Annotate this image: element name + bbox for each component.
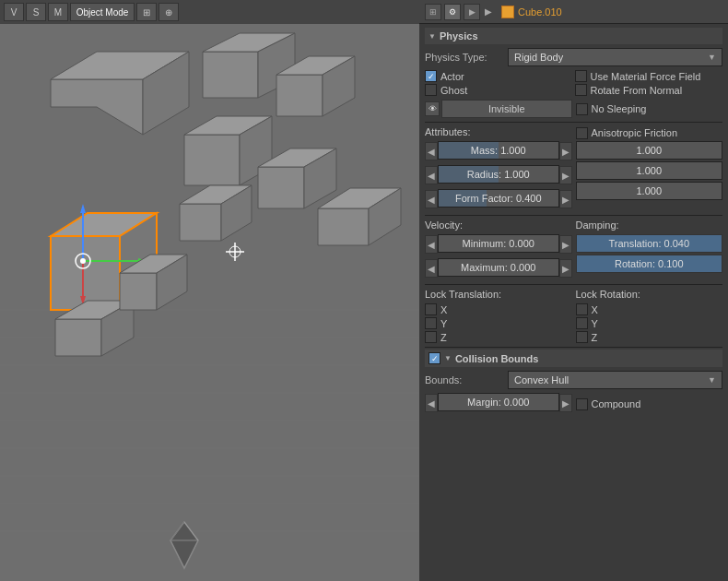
invisible-icon: 👁 xyxy=(425,101,440,116)
lock-trans-col: Lock Translation: X Y Z xyxy=(425,289,572,343)
svg-marker-36 xyxy=(180,204,221,241)
use-mat-ff-item: Use Material Force Field xyxy=(575,70,723,82)
aniso-val2[interactable]: 1.000 xyxy=(576,161,723,180)
collision-section-header[interactable]: ▼ Collision Bounds xyxy=(425,350,722,367)
aniso-val3[interactable]: 1.000 xyxy=(576,182,723,200)
object-mode-btn[interactable]: Object Mode xyxy=(70,3,135,21)
nav-icon-1[interactable]: ⊞ xyxy=(425,4,441,20)
svg-marker-56 xyxy=(120,273,157,310)
radius-slider-row: ◀ Radius: 1.000 ▶ xyxy=(425,165,572,185)
margin-slider-row: ◀ Margin: 0.000 ▶ xyxy=(425,393,572,413)
velocity-col: ◀ Minimum: 0.000 ▶ ◀ Maximum: 0.000 ▶ xyxy=(425,234,572,280)
bounds-row: Bounds: Convex Hull ▼ xyxy=(425,371,722,389)
rotate-normal-item: Rotate From Normal xyxy=(575,84,723,96)
min-slider-row: ◀ Minimum: 0.000 ▶ xyxy=(425,234,572,255)
pivot-btn[interactable]: ⊕ xyxy=(159,3,179,21)
attrs-values-grid: ◀ Mass: 1.000 ▶ ◀ Radius: 1.000 xyxy=(425,141,722,211)
ghost-label: Ghost xyxy=(440,85,467,96)
aniso-val1[interactable]: 1.000 xyxy=(576,141,723,160)
collision-enabled-checkbox[interactable] xyxy=(429,352,440,364)
ghost-checkbox[interactable] xyxy=(425,84,437,96)
svg-point-49 xyxy=(80,258,86,264)
min-dec-btn[interactable]: ◀ xyxy=(425,235,438,254)
max-inc-btn[interactable]: ▶ xyxy=(559,259,572,278)
radius-dec-btn[interactable]: ◀ xyxy=(425,166,438,184)
mass-slider[interactable]: Mass: 1.000 xyxy=(438,141,559,160)
physics-type-label: Physics Type: xyxy=(425,52,508,63)
actor-check-item: Actor xyxy=(425,70,573,82)
viewport-scene xyxy=(0,24,419,581)
bounds-dropdown[interactable]: Convex Hull ▼ xyxy=(508,371,722,389)
attributes-label: Attributes: xyxy=(425,126,572,137)
attr-header-row: Attributes: Anisotropic Friction xyxy=(425,126,722,139)
nav-icon-2[interactable]: ⚙ xyxy=(444,4,461,20)
viewport[interactable]: V S M Object Mode ⊞ ⊕ xyxy=(0,0,419,581)
invisible-button[interactable]: Invisible xyxy=(441,100,572,118)
view-menu-btn[interactable]: V xyxy=(4,3,24,21)
lock-rot-z-label: Z xyxy=(592,332,598,343)
bounds-selected: Convex Hull xyxy=(514,374,569,385)
header-icons: ⊞ ⚙ ▶ ▶ xyxy=(425,4,494,20)
mass-value: Mass: 1.000 xyxy=(439,145,558,156)
lock-trans-x: X xyxy=(425,303,572,315)
no-sleeping-item: No Sleeping xyxy=(576,100,723,118)
lock-rot-z-checkbox[interactable] xyxy=(576,331,588,343)
bounds-label: Bounds: xyxy=(425,374,508,385)
min-inc-btn[interactable]: ▶ xyxy=(559,235,572,254)
ff-inc-btn[interactable]: ▶ xyxy=(559,190,572,208)
view3d-btn[interactable]: ⊞ xyxy=(136,3,157,21)
select-menu-btn[interactable]: S xyxy=(26,3,46,21)
panel-header: ⊞ ⚙ ▶ ▶ Cube.010 xyxy=(419,0,728,24)
physics-section-header[interactable]: ▼ Physics xyxy=(425,28,722,44)
bounds-value: Convex Hull ▼ xyxy=(508,371,722,389)
mass-slider-row: ◀ Mass: 1.000 ▶ xyxy=(425,141,572,161)
form-factor-slider-row: ◀ Form Factor: 0.400 ▶ xyxy=(425,189,572,209)
svg-marker-21 xyxy=(203,52,258,98)
mass-dec-btn[interactable]: ◀ xyxy=(425,142,438,160)
properties-panel: ⊞ ⚙ ▶ ▶ Cube.010 ▼ Physics Physics Type: xyxy=(419,0,728,581)
anisotropic-checkbox[interactable] xyxy=(576,127,588,139)
vel-damp-values: ◀ Minimum: 0.000 ▶ ◀ Maximum: 0.000 ▶ xyxy=(425,234,722,280)
collision-triangle: ▼ xyxy=(444,354,452,362)
attrs-right-aniso: 1.000 1.000 1.000 xyxy=(576,141,723,211)
actor-checkbox[interactable] xyxy=(425,70,437,82)
lock-rot-y-checkbox[interactable] xyxy=(576,317,588,329)
use-mat-ff-checkbox[interactable] xyxy=(575,70,587,82)
mesh-menu-btn[interactable]: M xyxy=(48,3,68,21)
lock-trans-y-checkbox[interactable] xyxy=(425,317,437,329)
lock-trans-x-checkbox[interactable] xyxy=(425,303,437,315)
mass-inc-btn[interactable]: ▶ xyxy=(559,142,572,160)
min-value: Minimum: 0.000 xyxy=(439,238,558,249)
max-slider[interactable]: Maximum: 0.000 xyxy=(438,258,559,277)
radius-value: Radius: 1.000 xyxy=(439,169,558,180)
form-factor-slider[interactable]: Form Factor: 0.400 xyxy=(438,189,559,208)
no-sleeping-checkbox[interactable] xyxy=(576,103,588,115)
dropdown-arrow-icon: ▼ xyxy=(708,53,716,62)
nav-icon-3[interactable]: ▶ xyxy=(464,4,480,20)
lock-section: Lock Translation: X Y Z Lock Ro xyxy=(425,289,722,343)
margin-slider[interactable]: Margin: 0.000 xyxy=(438,393,559,411)
margin-inc-btn[interactable]: ▶ xyxy=(559,394,572,412)
rotate-normal-checkbox[interactable] xyxy=(575,84,587,96)
margin-dec-btn[interactable]: ◀ xyxy=(425,394,438,412)
radius-slider[interactable]: Radius: 1.000 xyxy=(438,165,559,184)
max-value: Maximum: 0.000 xyxy=(439,262,558,273)
compound-checkbox[interactable] xyxy=(576,398,588,410)
physics-type-dropdown[interactable]: Rigid Body ▼ xyxy=(508,48,722,66)
translation-damp[interactable]: Translation: 0.040 xyxy=(576,234,723,253)
lock-rot-x-checkbox[interactable] xyxy=(576,303,588,315)
lock-trans-z-checkbox[interactable] xyxy=(425,331,437,343)
lock-trans-z-label: Z xyxy=(440,332,447,343)
radius-inc-btn[interactable]: ▶ xyxy=(559,166,572,184)
divider-1 xyxy=(425,122,722,123)
collision-title: Collision Bounds xyxy=(455,353,538,364)
physics-type-row: Physics Type: Rigid Body ▼ xyxy=(425,48,722,66)
use-mat-ff-label: Use Material Force Field xyxy=(591,71,701,82)
min-slider[interactable]: Minimum: 0.000 xyxy=(438,234,559,253)
lock-rot-z: Z xyxy=(576,331,723,343)
anisotropic-label: Anisotropic Friction xyxy=(592,127,678,138)
lock-trans-x-label: X xyxy=(440,304,447,315)
rotation-damp[interactable]: Rotation: 0.100 xyxy=(576,255,723,273)
ff-dec-btn[interactable]: ◀ xyxy=(425,190,438,208)
max-dec-btn[interactable]: ◀ xyxy=(425,259,438,278)
